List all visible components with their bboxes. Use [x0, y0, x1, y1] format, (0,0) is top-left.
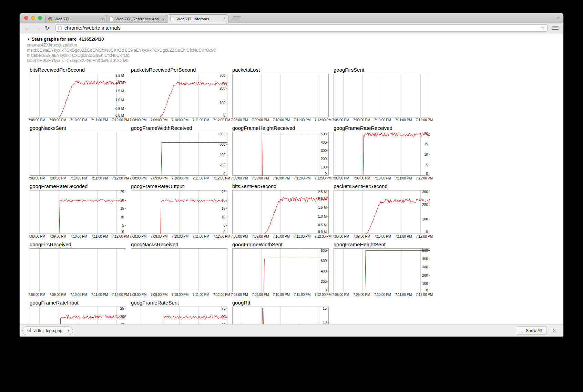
tab-close-icon[interactable]: ×: [223, 17, 226, 21]
download-dropdown-icon[interactable]: ▾: [65, 327, 71, 334]
download-filename[interactable]: vidtel_logo.png: [33, 328, 62, 333]
chart-canvas: [30, 132, 126, 176]
chart-title: googFrameHeightSent: [334, 241, 430, 248]
window-close-button[interactable]: [24, 16, 28, 20]
x-axis-label: 7:12:00 PM: [416, 176, 433, 180]
x-axis-label: 7:11:00 PM: [395, 235, 412, 238]
tab-webrtc[interactable]: WebRTC ×: [45, 15, 106, 23]
url-text[interactable]: chrome://webrtc-internals: [64, 25, 539, 31]
y-tick-label: 25: [222, 307, 226, 310]
x-axis-labels: 7:08:00 PM7:09:00 PM7:10:00 PM7:11:00 PM…: [130, 118, 230, 122]
y-tick-label: 0.5 M: [318, 223, 327, 227]
window-zoom-button[interactable]: [38, 16, 42, 20]
shelf-close-icon[interactable]: ×: [553, 328, 556, 333]
download-item[interactable]: vidtel_logo.png ▾: [22, 326, 73, 335]
x-axis-label: 7:11:00 PM: [193, 118, 209, 122]
x-axis-label: 7:09:00 PM: [49, 293, 66, 297]
tab-webrtc-internals[interactable]: WebRTC Internals ×: [167, 14, 228, 23]
x-axis-label: 7:12:00 PM: [416, 235, 433, 238]
x-axis-labels: 7:08:00 PM7:09:00 PM7:10:00 PM7:11:00 PM…: [332, 293, 433, 297]
y-tick-label: 0: [223, 114, 225, 117]
tab-close-icon[interactable]: ×: [101, 17, 104, 21]
y-tick-label: 10: [424, 153, 428, 156]
x-axis-label: 7:10:00 PM: [70, 176, 87, 180]
y-tick-label: 100: [321, 165, 327, 169]
x-axis-label: 7:08:00 PM: [231, 118, 248, 122]
x-axis-label: 7:10:00 PM: [172, 293, 188, 297]
chart-title: googNacksReceived: [131, 241, 227, 248]
chart-bitsSentPerSecond: bitsSentPerSecond2.5 M2.0 M1.5 M1.0 M0.5…: [232, 183, 329, 238]
chart-canvas: 2520151050: [30, 190, 126, 234]
y-tick-label: 800: [219, 132, 225, 136]
meta-cname: cname:4ZXkrucxjuzp/bKm: [27, 43, 563, 48]
chart-googRtt: googRtt1510507:08:00 PM7:09:00 PM7:10:00…: [232, 300, 329, 324]
y-tick-label: 0.0 M: [318, 230, 327, 234]
chart-googNacksReceived: googNacksReceived7:08:00 PM7:09:00 PM7:1…: [131, 241, 227, 297]
chart-title: bitsReceivedPerSecond: [30, 67, 126, 73]
x-axis-label: 7:11:00 PM: [91, 235, 108, 238]
x-axis-label: 7:09:00 PM: [49, 235, 66, 238]
x-axis-label: 7:12:00 PM: [213, 118, 230, 122]
x-axis-labels: 7:08:00 PM7:09:00 PM7:10:00 PM7:11:00 PM…: [28, 293, 129, 297]
bookmark-star-icon[interactable]: ☆: [541, 25, 545, 31]
chart-googNacksSent: googNacksSent7:08:00 PM7:09:00 PM7:10:00…: [30, 125, 126, 180]
x-axis-label: 7:10:00 PM: [374, 176, 391, 180]
x-axis-label: 7:11:00 PM: [395, 293, 412, 297]
x-axis-label: 7:12:00 PM: [315, 293, 331, 297]
x-axis-labels: 7:08:00 PM7:09:00 PM7:10:00 PM7:11:00 PM…: [28, 235, 129, 238]
x-axis-label: 7:09:00 PM: [151, 118, 167, 122]
chart-googFrameRateReceived: googFrameRateReceived201510507:08:00 PM7…: [334, 125, 430, 180]
x-axis-label: 7:09:00 PM: [353, 293, 370, 297]
x-axis-label: 7:12:00 PM: [213, 235, 230, 238]
tab-close-icon[interactable]: ×: [162, 17, 165, 21]
stats-graphs-grid: bitsReceivedPerSecond2.5 M2.0 M1.5 M1.0 …: [30, 67, 563, 324]
chart-packetsLost: packetsLost7:08:00 PM7:09:00 PM7:10:00 P…: [232, 67, 329, 122]
fullscreen-icon[interactable]: ↔: [553, 14, 560, 21]
page-icon: [58, 25, 62, 30]
x-axis-label: 7:11:00 PM: [294, 176, 310, 180]
y-tick-label: 0: [426, 230, 428, 234]
x-axis-label: 7:08:00 PM: [28, 293, 45, 297]
tab-webrtc-reference-app[interactable]: WebRTC Reference App ×: [106, 15, 167, 23]
chart-title: googFrameRateInput: [30, 300, 126, 306]
y-tick-label: 10: [323, 320, 327, 324]
stats-graphs-header[interactable]: ▼ Stats graphs for ssrc_4136526430: [27, 37, 563, 42]
download-arrow-icon: ↓: [521, 328, 523, 333]
y-tick-label: 200: [321, 157, 327, 161]
address-bar[interactable]: chrome://webrtc-internals ☆: [55, 24, 548, 32]
x-axis-label: 7:08:00 PM: [332, 293, 349, 297]
y-tick-label: 0: [223, 172, 225, 176]
x-axis-label: 7:10:00 PM: [172, 118, 188, 122]
x-axis-label: 7:08:00 PM: [130, 235, 146, 238]
meta-mslabel: mslabel:6E9laEYkyxIkTCxDgc82ZGoEhlCfxNuC…: [27, 53, 563, 58]
y-tick-label: 0: [325, 288, 327, 292]
chart-title: packetsSentPerSecond: [334, 183, 430, 189]
x-axis-label: 7:10:00 PM: [70, 118, 87, 122]
chart-canvas: 5004003002001000: [334, 248, 430, 292]
back-button[interactable]: ←: [24, 24, 32, 32]
x-axis-labels: 7:08:00 PM7:09:00 PM7:10:00 PM7:11:00 PM…: [332, 176, 433, 180]
y-tick-label: 5: [426, 163, 428, 167]
x-axis-labels: 7:08:00 PM7:09:00 PM7:10:00 PM7:11:00 PM…: [130, 176, 230, 180]
x-axis-label: 7:11:00 PM: [91, 293, 108, 297]
x-axis-label: 7:08:00 PM: [231, 235, 248, 238]
y-tick-label: 5: [223, 224, 225, 227]
x-axis-label: 7:12:00 PM: [213, 176, 230, 180]
page-favicon-icon: [109, 17, 113, 21]
reload-button[interactable]: ↻: [43, 25, 51, 31]
window-minimize-button[interactable]: [31, 16, 35, 20]
window-controls: [24, 16, 42, 20]
new-tab-button[interactable]: [231, 16, 241, 22]
x-axis-label: 7:12:00 PM: [315, 118, 331, 122]
x-axis-label: 7:09:00 PM: [151, 176, 167, 180]
y-tick-label: 200: [219, 163, 225, 167]
x-axis-label: 7:10:00 PM: [172, 176, 188, 180]
x-axis-label: 7:09:00 PM: [252, 118, 269, 122]
collapse-triangle-icon[interactable]: ▼: [27, 38, 30, 41]
chart-title: googFrameWidthSent: [232, 241, 329, 248]
x-axis-label: 7:09:00 PM: [49, 118, 66, 122]
x-axis-label: 7:10:00 PM: [273, 235, 290, 238]
menu-icon[interactable]: [552, 25, 559, 31]
show-all-button[interactable]: ↓ Show All: [517, 326, 546, 335]
forward-button[interactable]: →: [33, 24, 42, 32]
